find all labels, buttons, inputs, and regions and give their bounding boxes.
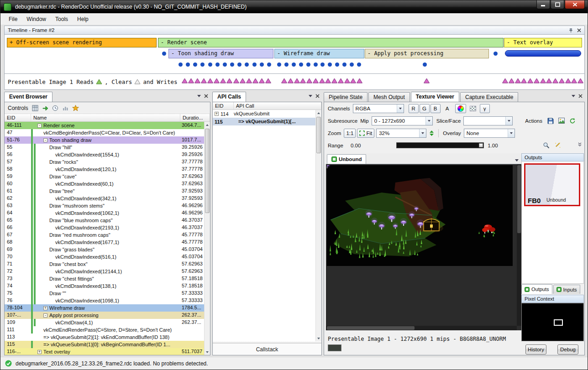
event-row[interactable]: 74 vkCmdDrawIndexed(138,1) 57.18518 <box>5 282 204 290</box>
draw-dot[interactable] <box>299 63 303 67</box>
draw-dot[interactable] <box>178 63 183 67</box>
scrollbar-thumb[interactable] <box>316 117 321 153</box>
api-call-row[interactable]: 115 => vkQueueSubmit(1)[... <box>213 118 315 125</box>
draw-dot[interactable] <box>193 63 197 67</box>
panel-tab[interactable]: Capture Executable <box>460 92 518 102</box>
column-api-call[interactable]: API Call <box>234 102 321 109</box>
event-row[interactable]: 73 Draw "chest fittings" 57.18518 <box>5 275 204 282</box>
overlay-dropdown[interactable]: None <box>464 129 515 138</box>
event-row[interactable]: 47 vkCmdBeginRenderPass(C=Clear, D=Clear… <box>5 129 204 136</box>
browse-icon[interactable] <box>32 105 38 111</box>
draw-dot[interactable] <box>260 63 264 67</box>
draw-dot[interactable] <box>223 63 227 67</box>
draw-dot[interactable] <box>245 63 249 67</box>
timeline-block-render-scene[interactable]: - Render scene <box>158 38 504 47</box>
event-row[interactable]: 65 Draw "blue mushroom caps" 46.37037 <box>5 217 204 224</box>
channels-dropdown[interactable]: RGBA <box>353 104 404 113</box>
draw-dot[interactable] <box>277 63 281 67</box>
texture-hscrollbar[interactable] <box>326 326 517 330</box>
refresh-icon[interactable] <box>567 116 578 125</box>
draw-dot[interactable] <box>314 63 318 67</box>
draw-dot[interactable] <box>423 63 427 67</box>
event-row[interactable]: 55 Draw "hill" 39.25926 <box>5 144 204 151</box>
timeline-header[interactable]: Timeline - Frame #2 <box>4 26 585 35</box>
green-channel-button[interactable]: G <box>420 104 430 113</box>
scroll-up-icon[interactable] <box>316 110 321 116</box>
panel-menu-icon[interactable] <box>572 95 575 97</box>
scrollbar-thumb[interactable] <box>517 165 521 233</box>
tab-outputs[interactable]: Outputs <box>521 284 552 294</box>
blue-channel-button[interactable]: B <box>430 104 441 113</box>
expander-icon[interactable]: - <box>43 138 47 142</box>
export-icon[interactable] <box>556 116 567 125</box>
column-eid[interactable]: EID <box>213 102 234 109</box>
draw-dot[interactable] <box>357 63 361 67</box>
draw-dot[interactable] <box>162 52 166 56</box>
panel-close-icon[interactable] <box>204 94 208 98</box>
event-row[interactable]: 67 Draw "red mushroom caps" 45.77778 <box>5 231 204 239</box>
scroll-up-icon[interactable] <box>205 122 210 128</box>
event-row[interactable]: 71 Draw "chest box" 57.62963 <box>5 261 204 268</box>
draw-dot[interactable] <box>350 63 354 67</box>
autofit-icon[interactable] <box>552 141 563 150</box>
column-duration[interactable]: Duratio... <box>180 114 210 121</box>
mip-dropdown[interactable]: 0 - 1272x690 <box>372 116 433 125</box>
gamma-button[interactable]: γ <box>480 104 490 113</box>
tab-inputs[interactable]: Inputs <box>553 285 580 294</box>
draw-dot[interactable] <box>230 63 234 67</box>
stats-icon[interactable] <box>62 105 68 111</box>
column-eid[interactable]: EID <box>5 114 31 121</box>
draw-dot[interactable] <box>342 63 346 67</box>
tab-event-browser[interactable]: Event Browser <box>4 92 52 102</box>
menu-item[interactable]: Help <box>73 14 93 24</box>
alpha-channel-button[interactable]: A <box>442 104 452 113</box>
save-icon[interactable] <box>545 116 556 125</box>
scrollbar-thumb[interactable] <box>205 129 210 213</box>
fit-button[interactable]: Fit <box>357 129 374 138</box>
expander-icon[interactable]: - <box>37 124 42 128</box>
timeline-block-wireframe[interactable]: - Wireframe draw <box>274 49 364 58</box>
range-min-value[interactable]: 0.00 <box>351 143 361 148</box>
panel-tab[interactable]: Pipeline State <box>324 92 368 102</box>
timeline[interactable]: + Off-screen scene rendering - Render sc… <box>4 35 585 90</box>
draw-dot[interactable] <box>284 63 289 67</box>
event-row[interactable]: 60 vkCmdDrawIndexed(60,1) 37.62963 <box>5 180 204 188</box>
draw-dot[interactable] <box>252 63 257 67</box>
range-slider[interactable] <box>396 142 484 148</box>
panel-close-icon[interactable] <box>315 94 320 98</box>
slice-face-dropdown[interactable] <box>463 116 513 125</box>
bookmark-star-icon[interactable] <box>72 105 79 111</box>
texture-vscrollbar[interactable] <box>517 164 521 326</box>
range-slider-thumb[interactable] <box>479 143 483 147</box>
event-row[interactable]: 115 => vkQueueSubmit(1)[0]: vkBeginComma… <box>5 341 204 348</box>
panel-tab[interactable]: Mesh Output <box>368 92 410 102</box>
pixel-context-view[interactable] <box>521 303 584 341</box>
event-row[interactable]: 78-104 +Wireframe draw 1784.5... <box>5 304 204 312</box>
event-row[interactable]: 113 => vkQueueSubmit(2)[1]: vkEndCommand… <box>5 334 204 341</box>
history-button[interactable]: History <box>525 344 546 354</box>
menu-item[interactable]: Window <box>22 14 51 24</box>
event-row[interactable]: 75 Draw "" 57.33333 <box>5 290 204 297</box>
range-options-icon[interactable] <box>578 142 582 147</box>
event-row[interactable]: 72 vkCmdDrawIndexed(12144,1) 57.62963 <box>5 268 204 275</box>
event-row[interactable]: 116-... +Text overlay 511.7037 <box>5 348 204 355</box>
expander-icon[interactable]: + <box>37 350 42 354</box>
event-row[interactable]: 63 Draw "mushroom stems" 46.96296 <box>5 202 204 209</box>
draw-dot[interactable] <box>186 63 190 67</box>
column-name[interactable]: Name <box>31 114 180 121</box>
event-row[interactable]: 64 vkCmdDrawIndexed(1062,1) 46.96296 <box>5 209 204 217</box>
event-row[interactable]: 66 vkCmdDrawIndexed(2193,1) 46.37037 <box>5 224 204 231</box>
draw-dot[interactable] <box>493 52 498 56</box>
event-row[interactable]: 56 vkCmdDrawIndexed(1554,1) 39.25926 <box>5 151 204 158</box>
event-row[interactable]: 70 vkCmdDrawIndexed(516,1) 45.03704 <box>5 253 204 261</box>
timeline-block-offscreen[interactable]: + Off-screen scene rendering <box>7 38 157 47</box>
text-overlay-bar[interactable] <box>505 50 581 57</box>
scroll-down-icon[interactable] <box>205 349 210 355</box>
panel-close-icon[interactable] <box>577 28 581 32</box>
titlebar[interactable]: debugmarker.rdc - RenderDoc Unofficial r… <box>0 0 588 13</box>
checkerboard-icon[interactable] <box>467 104 478 113</box>
event-row[interactable]: 57 Draw "rocks" 37.77778 <box>5 158 204 166</box>
timeline-block-toon[interactable]: - Toon shading draw <box>168 49 273 58</box>
wireframe-draw-dots[interactable] <box>277 63 361 67</box>
close-button[interactable] <box>565 0 585 9</box>
